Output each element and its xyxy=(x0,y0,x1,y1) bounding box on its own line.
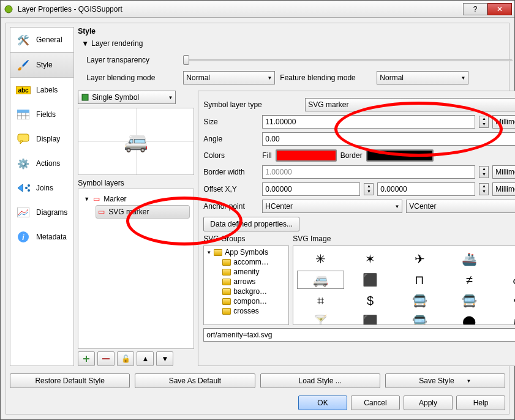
triangle-down-icon: ▼ xyxy=(206,250,211,255)
brush-icon: 🖌️ xyxy=(17,58,30,72)
svg-path-input[interactable] xyxy=(203,328,515,342)
svg-rect-16 xyxy=(82,94,88,100)
tree-item-marker[interactable]: ▼ ▭ Marker xyxy=(82,193,190,205)
border-label: Border xyxy=(340,151,363,160)
svg-icon-cell[interactable]: P xyxy=(495,250,515,268)
sidebar-item-label: Diagrams xyxy=(36,208,67,217)
offset-x-input[interactable] xyxy=(262,182,360,196)
border-width-unit-combo[interactable]: Millimeter▼ xyxy=(492,165,515,179)
svg-icon-cell[interactable]: 🚍 xyxy=(446,291,493,310)
svg-icon-cell[interactable]: 🚍 xyxy=(396,312,443,325)
move-up-button[interactable]: ▲ xyxy=(137,351,154,366)
symbol-properties-panel: Symbol layer type SVG marker▼ Size ▲▼ Mi… xyxy=(198,91,515,366)
svg-icon-cell[interactable]: $ xyxy=(347,291,394,310)
svg-marker-9 xyxy=(18,184,23,192)
layer-rendering-disclosure[interactable]: ▼ Layer rendering xyxy=(81,39,515,48)
sidebar-item-joins[interactable]: Joins xyxy=(10,176,73,200)
offset-label: Offset X,Y xyxy=(203,185,258,193)
angle-input[interactable] xyxy=(262,132,515,146)
offset-y-input[interactable] xyxy=(377,182,475,196)
svg-image-grid[interactable]: ✳✶✈🚢P🚐⬛⊓≠☍⌗$🚍🚍✈🍸⬛🚍⬤☗ xyxy=(293,246,515,325)
save-style-button[interactable]: Save Style▼ xyxy=(385,373,505,388)
svg-icon-cell[interactable]: ✈ xyxy=(396,250,443,268)
colors-label: Colors xyxy=(203,151,258,160)
svg-icon-cell[interactable]: ✈ xyxy=(495,291,515,310)
restore-default-button[interactable]: Restore Default Style xyxy=(10,373,130,388)
cancel-button[interactable]: Cancel xyxy=(351,396,400,410)
sidebar-item-actions[interactable]: ⚙️ Actions xyxy=(10,151,73,176)
svg-icon-cell[interactable]: 🚐 xyxy=(297,271,344,289)
svg-point-0 xyxy=(5,6,12,13)
size-unit-combo[interactable]: Millimeter▼ xyxy=(492,115,515,129)
svg-groups-tree[interactable]: ▼App Symbols accomm… amenity arrows back… xyxy=(203,246,289,325)
bus-preview-icon: 🚐 xyxy=(124,130,148,153)
data-defined-button[interactable]: Data defined properties... xyxy=(203,217,299,231)
svg-rect-19 xyxy=(102,358,110,359)
remove-layer-button[interactable] xyxy=(97,351,115,366)
symbol-preview: 🚐 xyxy=(78,108,194,175)
symbol-layer-type-combo[interactable]: SVG marker▼ xyxy=(305,98,515,111)
sidebar-item-general[interactable]: 🛠️ General xyxy=(10,28,73,52)
svg-icon-cell[interactable]: ⊓ xyxy=(396,271,443,289)
style-header: Style xyxy=(78,27,515,36)
apply-button[interactable]: Apply xyxy=(404,396,453,410)
offset-unit-combo[interactable]: Millimeter▼ xyxy=(492,182,515,196)
svg-icon-cell[interactable]: ✶ xyxy=(347,250,394,268)
titlebar[interactable]: Layer Properties - QGISSupport ? ✕ xyxy=(1,1,514,18)
anchor-h-combo[interactable]: HCenter▼ xyxy=(262,200,402,213)
sidebar-item-labels[interactable]: abc Labels xyxy=(10,78,73,102)
svg-icon-cell[interactable]: ≠ xyxy=(446,271,493,289)
app-icon xyxy=(3,4,14,15)
anchor-v-combo[interactable]: VCenter▼ xyxy=(406,200,515,213)
border-color-button[interactable] xyxy=(366,149,434,162)
svg-icon-cell[interactable]: ⬤ xyxy=(446,312,493,325)
symbol-mode-combo[interactable]: Single Symbol ▼ xyxy=(78,91,176,104)
svg-rect-18 xyxy=(83,358,89,359)
save-as-default-button[interactable]: Save As Default xyxy=(135,373,255,388)
anchor-label: Anchor point xyxy=(203,202,258,211)
help-button[interactable]: Help xyxy=(456,396,505,410)
lock-layer-button[interactable]: 🔓 xyxy=(117,351,134,366)
table-icon xyxy=(17,108,30,121)
layer-blend-combo[interactable]: Normal▼ xyxy=(183,71,275,84)
wrench-icon: 🛠️ xyxy=(17,33,30,47)
angle-label: Angle xyxy=(203,135,258,143)
move-down-button[interactable]: ▼ xyxy=(156,351,173,366)
size-input[interactable] xyxy=(262,115,475,129)
sidebar-item-display[interactable]: Display xyxy=(10,127,73,151)
border-width-input[interactable] xyxy=(262,165,475,179)
svg-icon-cell[interactable]: 🚢 xyxy=(446,250,493,268)
svg-rect-6 xyxy=(17,110,29,113)
size-spinner[interactable]: ▲▼ xyxy=(479,116,489,128)
load-style-button[interactable]: Load Style ... xyxy=(260,373,380,388)
border-width-spinner[interactable]: ▲▼ xyxy=(479,166,489,178)
sidebar-item-label: Labels xyxy=(36,86,58,94)
svg-icon-cell[interactable]: 🍸 xyxy=(297,312,344,325)
info-icon: i xyxy=(17,230,30,244)
svg-icon-cell[interactable]: ☗ xyxy=(495,312,515,325)
offset-y-spinner[interactable]: ▲▼ xyxy=(479,183,489,195)
join-icon xyxy=(17,181,30,195)
help-window-button[interactable]: ? xyxy=(463,3,487,15)
offset-x-spinner[interactable]: ▲▼ xyxy=(364,183,374,195)
close-window-button[interactable]: ✕ xyxy=(487,3,512,15)
feature-blend-combo[interactable]: Normal▼ xyxy=(377,71,468,84)
sidebar-item-style[interactable]: 🖌️ Style xyxy=(10,52,73,78)
sidebar-item-metadata[interactable]: i Metadata xyxy=(10,225,73,249)
tree-item-svg-marker[interactable]: ▭ SVG marker xyxy=(96,205,190,219)
ok-button[interactable]: OK xyxy=(298,396,347,410)
transparency-slider[interactable] xyxy=(183,55,513,65)
sidebar-item-label: Fields xyxy=(36,110,56,119)
svg-icon-cell[interactable]: ⬛ xyxy=(347,271,394,289)
svg-icon-cell[interactable]: 🚍 xyxy=(396,291,443,310)
svg-icon-cell[interactable]: ☍ xyxy=(495,271,515,289)
svg-icon-cell[interactable]: ⌗ xyxy=(297,291,344,310)
svg-icon-cell[interactable]: ✳ xyxy=(297,250,344,268)
sidebar-item-fields[interactable]: Fields xyxy=(10,102,73,127)
symbol-layers-tree[interactable]: ▼ ▭ Marker ▭ SVG marker xyxy=(78,189,194,349)
add-layer-button[interactable] xyxy=(78,351,95,366)
chart-icon xyxy=(17,206,30,219)
sidebar-item-diagrams[interactable]: Diagrams xyxy=(10,200,73,225)
fill-color-button[interactable] xyxy=(276,149,337,162)
svg-icon-cell[interactable]: ⬛ xyxy=(347,312,394,325)
